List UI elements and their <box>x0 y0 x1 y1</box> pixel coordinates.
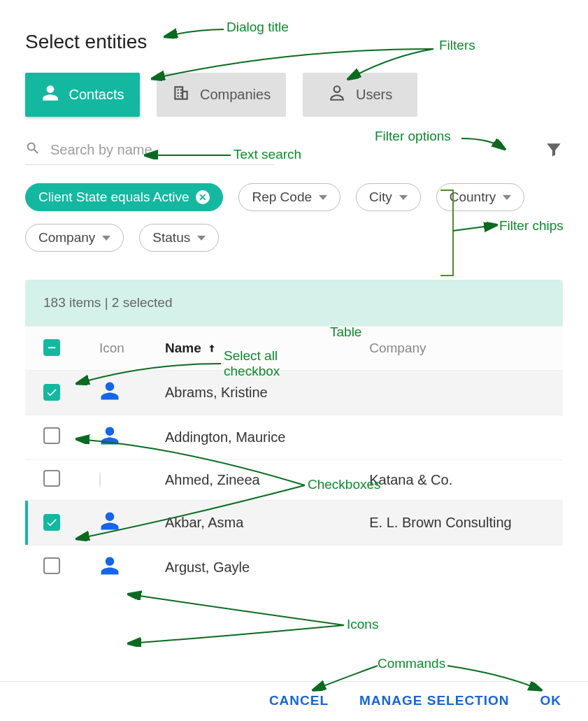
chevron-down-icon <box>319 195 327 200</box>
table-row[interactable]: Addington, Maurice <box>25 415 563 460</box>
row-company <box>361 371 563 415</box>
chip-label: Company <box>38 230 95 245</box>
chip-label: Country <box>450 190 496 205</box>
tab-label: Contacts <box>69 87 124 103</box>
table-row[interactable]: Argust, Gayle <box>25 545 563 590</box>
chevron-down-icon <box>102 236 110 241</box>
chevron-down-icon <box>399 195 408 200</box>
filter-chip-active[interactable]: Client State equals Active ✕ <box>25 183 223 211</box>
tab-companies[interactable]: Companies <box>157 73 286 117</box>
search-field-wrapper[interactable] <box>25 136 274 165</box>
filter-options-button[interactable] <box>545 141 563 162</box>
row-checkbox[interactable] <box>43 514 60 531</box>
tab-label: Companies <box>200 87 271 103</box>
table-row[interactable]: Ahmed, ZineeaKatana & Co. <box>25 460 563 501</box>
table-row[interactable]: Abrams, Kristine <box>25 371 563 415</box>
filter-chip-rep-code[interactable]: Rep Code <box>238 183 340 211</box>
cancel-button[interactable]: CANCEL <box>269 693 329 708</box>
row-checkbox[interactable] <box>43 384 60 401</box>
row-checkbox[interactable] <box>43 427 60 444</box>
row-company: E. L. Brown Consulting <box>361 501 563 545</box>
results-table-card: 183 items | 2 selected Icon Name <box>25 280 563 590</box>
filter-chip-status[interactable]: Status <box>139 224 219 252</box>
svg-rect-0 <box>48 347 56 348</box>
column-header-icon[interactable]: Icon <box>91 327 157 371</box>
dialog-title: Select entities <box>25 31 563 53</box>
filter-chips: Client State equals Active ✕ Rep Code Ci… <box>25 183 563 252</box>
sort-asc-icon <box>205 341 217 355</box>
filter-chip-company[interactable]: Company <box>25 224 124 252</box>
funnel-icon <box>545 149 563 161</box>
column-header-company[interactable]: Company <box>361 327 563 371</box>
row-name: Abrams, Kristine <box>157 371 361 415</box>
column-header-name-label: Name <box>165 341 201 355</box>
search-input[interactable] <box>49 141 274 159</box>
row-name: Addington, Maurice <box>157 415 361 460</box>
chip-label: City <box>369 190 392 205</box>
dialog-viewport: Select entities Contacts Companies Users <box>0 0 588 721</box>
table-row[interactable]: Akbar, AsmaE. L. Brown Consulting <box>25 501 563 545</box>
chevron-down-icon <box>503 195 511 200</box>
tab-users[interactable]: Users <box>303 73 417 117</box>
chip-label: Client State equals Active <box>38 190 189 205</box>
person-icon <box>99 519 120 534</box>
person-icon <box>99 434 120 449</box>
chip-label: Rep Code <box>252 190 312 205</box>
row-company <box>361 545 563 590</box>
row-checkbox[interactable] <box>43 470 60 487</box>
person-icon <box>99 389 120 404</box>
row-name: Argust, Gayle <box>157 545 361 590</box>
results-table: Icon Name Company Abrams, KristineAdding… <box>25 327 563 590</box>
chip-label: Status <box>152 230 190 245</box>
ok-button[interactable]: OK <box>540 693 562 708</box>
building-icon <box>172 84 190 106</box>
table-meta: 183 items | 2 selected <box>25 280 563 327</box>
filter-chip-country[interactable]: Country <box>436 183 525 211</box>
dialog-scroll-area[interactable]: Select entities Contacts Companies Users <box>0 0 588 721</box>
filter-chip-city[interactable]: City <box>356 183 421 211</box>
row-company: Katana & Co. <box>361 460 563 501</box>
dialog-footer: CANCEL MANAGE SELECTION OK <box>0 681 588 721</box>
manage-selection-button[interactable]: MANAGE SELECTION <box>359 693 509 708</box>
row-company <box>361 415 563 460</box>
chevron-down-icon <box>197 236 206 241</box>
tab-label: Users <box>356 87 392 103</box>
tab-contacts[interactable]: Contacts <box>25 73 140 117</box>
user-outline-icon <box>328 84 346 106</box>
column-header-name[interactable]: Name <box>157 327 361 371</box>
row-checkbox[interactable] <box>43 557 60 574</box>
person-icon <box>99 564 120 579</box>
entity-type-tabs: Contacts Companies Users <box>25 73 563 117</box>
search-icon <box>25 141 49 159</box>
person-icon <box>41 84 59 106</box>
chip-clear-icon[interactable]: ✕ <box>196 190 210 204</box>
avatar-photo <box>99 471 101 488</box>
row-name: Akbar, Asma <box>157 501 361 545</box>
row-name: Ahmed, Zineea <box>157 460 361 501</box>
select-all-checkbox[interactable] <box>43 339 60 356</box>
